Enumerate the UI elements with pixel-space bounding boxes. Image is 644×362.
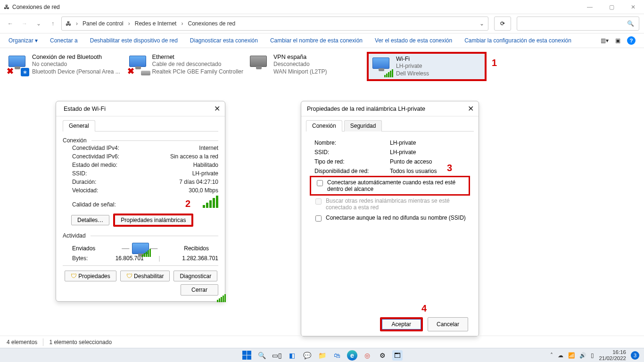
file-explorer-icon[interactable]: 📁 (317, 350, 327, 361)
maximize-button[interactable]: ▢ (601, 0, 622, 14)
tray-notification-badge[interactable]: 3 (631, 351, 639, 360)
conn-device: Dell Wireless (396, 70, 429, 77)
connection-ethernet[interactable]: ✖ Ethernet Cable de red desconectado Rea… (125, 52, 246, 81)
network-folder-icon[interactable]: 🗔 (392, 350, 403, 361)
conn-device: Realtek PCIe GBE Family Controller (152, 68, 243, 75)
conn-device: Bluetooth Device (Personal Area ... (32, 68, 120, 75)
taskbar-center: 🔍 ▭▯ ◧ 💬 📁 🛍 e ◎ ⚙ 🗔 (241, 350, 403, 361)
tab-general[interactable]: General (63, 120, 95, 132)
tray-onedrive-icon[interactable]: ☁ (558, 352, 563, 359)
availability-label: Disponibilidad de red: (314, 168, 390, 174)
search-other-checkbox (315, 198, 322, 205)
settings-icon[interactable]: ⚙ (377, 350, 388, 361)
view-layout-button[interactable]: ▥▾ (601, 37, 609, 44)
accept-button[interactable]: Aceptar (382, 319, 421, 329)
forward-button[interactable]: → (19, 18, 30, 29)
close-dialog-button[interactable]: Cerrar (181, 284, 218, 296)
annotation-1: 1 (492, 58, 497, 68)
dialog-close-icon[interactable]: ✕ (468, 104, 474, 113)
group-connection-label: Conexión (63, 137, 87, 144)
ssid-value: LH-private (192, 170, 218, 177)
wifi-status-dialog: Estado de Wi-Fi ✕ General Conexión Conec… (56, 101, 225, 302)
system-tray: ˄ ☁ 📶 🔊 ▯ 16:16 21/02/2022 3 (550, 349, 644, 361)
tab-security[interactable]: Seguridad (344, 120, 382, 132)
shield-icon: 🛡 (71, 272, 77, 280)
annotation-3: 3 (447, 163, 452, 173)
tray-volume-icon[interactable]: 🔊 (579, 352, 586, 359)
chat-icon[interactable]: 💬 (302, 350, 312, 361)
conn-status: Cable de red desconectado (152, 60, 243, 68)
view-status[interactable]: Ver el estado de esta conexión (375, 37, 452, 44)
hidden-ssid-checkbox[interactable] (315, 215, 322, 222)
store-icon[interactable]: 🛍 (332, 350, 342, 361)
crumb-redes[interactable]: Redes e Internet (135, 20, 177, 27)
name-label: Nombre: (314, 140, 390, 146)
change-settings[interactable]: Cambiar la configuración de esta conexió… (464, 37, 571, 44)
crumb-conexiones[interactable]: Conexiones de red (188, 20, 235, 27)
tray-battery-icon[interactable]: ▯ (591, 352, 594, 359)
connect-to[interactable]: Conectar a (50, 37, 78, 44)
props-tabs: Conexión Seguridad (306, 120, 474, 132)
navigation-bar: ← → ⌄ ↑ 🖧 Panel de control Redes e Inter… (0, 14, 644, 33)
search-input[interactable]: 🔍 (517, 16, 639, 31)
preview-pane-button[interactable]: ▣ (615, 37, 620, 44)
taskview-icon[interactable]: ▭▯ (272, 350, 282, 361)
wireless-props-dialog: Propiedades de la red inalámbrica LH-pri… (301, 101, 479, 337)
disable-device[interactable]: Deshabilitar este dispositivo de red (90, 37, 178, 44)
taskbar-search-icon[interactable]: 🔍 (256, 350, 267, 361)
tray-date: 21/02/2022 (599, 355, 626, 362)
start-button[interactable] (241, 350, 252, 361)
organize-menu[interactable]: Organizar ▾ (8, 37, 38, 44)
auto-connect-checkbox[interactable] (317, 180, 323, 186)
conn-ssid: LH-private (396, 62, 429, 70)
hidden-ssid-row[interactable]: Conectarse aunque la red no difunda su n… (310, 213, 470, 225)
ssid-label: SSID: (314, 149, 390, 156)
disable-button[interactable]: 🛡 Deshabilitar (120, 271, 170, 281)
close-button[interactable]: ✕ (622, 0, 644, 14)
connection-wifi[interactable]: Wi-Fi LH-private Dell Wireless (367, 52, 487, 81)
dialog-close-icon[interactable]: ✕ (214, 104, 220, 113)
edge-icon[interactable]: e (347, 350, 357, 361)
dialog-titlebar[interactable]: Estado de Wi-Fi ✕ (56, 101, 225, 116)
item-count: 4 elementos (7, 339, 37, 346)
path-dropdown-icon[interactable]: ⌄ (479, 20, 484, 27)
widgets-icon[interactable]: ◧ (287, 350, 297, 361)
breadcrumb[interactable]: 🖧 Panel de control Redes e Internet Cone… (61, 16, 488, 31)
diagnose-connection[interactable]: Diagnosticar esta conexión (190, 37, 258, 44)
diagnose-button[interactable]: Diagnosticar (173, 271, 217, 281)
properties-button[interactable]: 🛡 Propiedades (65, 271, 116, 281)
auto-connect-row[interactable]: Conectarse automáticamente cuando esta r… (310, 176, 470, 196)
wireless-properties-button[interactable]: Propiedades inalámbricas (113, 214, 193, 227)
conn-status: No conectado (32, 60, 120, 68)
statusbar: 4 elementos 1 elemento seleccionado (0, 336, 644, 348)
breadcrumb-icon: 🖧 (66, 20, 71, 27)
help-button[interactable]: ? (627, 36, 636, 45)
dialog-titlebar[interactable]: Propiedades de la red inalámbrica LH-pri… (301, 101, 479, 116)
window-controls: — ▢ ✕ (579, 0, 644, 14)
minimize-button[interactable]: — (579, 0, 601, 14)
up-button[interactable]: ↑ (47, 18, 58, 29)
chrome-icon[interactable]: ◎ (362, 350, 372, 361)
tray-wifi-icon[interactable]: 📶 (568, 352, 575, 359)
command-bar: Organizar ▾ Conectar a Deshabilitar este… (0, 33, 644, 48)
search-icon: 🔍 (627, 20, 634, 27)
speed-value: 300,0 Mbps (189, 187, 218, 194)
crumb-panel[interactable]: Panel de control (83, 20, 124, 27)
conn-title: Wi-Fi (396, 56, 429, 62)
annotation-2: 2 (185, 198, 190, 209)
back-button[interactable]: ← (5, 18, 16, 29)
conn-title: Conexión de red Bluetooth (32, 54, 120, 60)
tab-connection[interactable]: Conexión (306, 120, 342, 132)
cancel-button[interactable]: Cancelar (428, 317, 468, 331)
details-button[interactable]: Detalles… (71, 215, 109, 225)
connection-bluetooth[interactable]: ✖∗ Conexión de red Bluetooth No conectad… (5, 52, 125, 81)
tray-chevron-icon[interactable]: ˄ (550, 352, 553, 359)
rename-connection[interactable]: Cambiar el nombre de esta conexión (270, 37, 363, 44)
bytes-received: 1.282.368.701 (160, 255, 218, 262)
shield-icon: 🛡 (126, 272, 132, 280)
annotation-4: 4 (421, 303, 427, 314)
tray-clock[interactable]: 16:16 21/02/2022 (599, 349, 626, 361)
recent-dropdown-icon[interactable]: ⌄ (33, 18, 44, 29)
connection-vpn[interactable]: VPN españa Desconectado WAN Miniport (L2… (246, 52, 367, 81)
refresh-button[interactable]: ⟳ (494, 16, 511, 31)
